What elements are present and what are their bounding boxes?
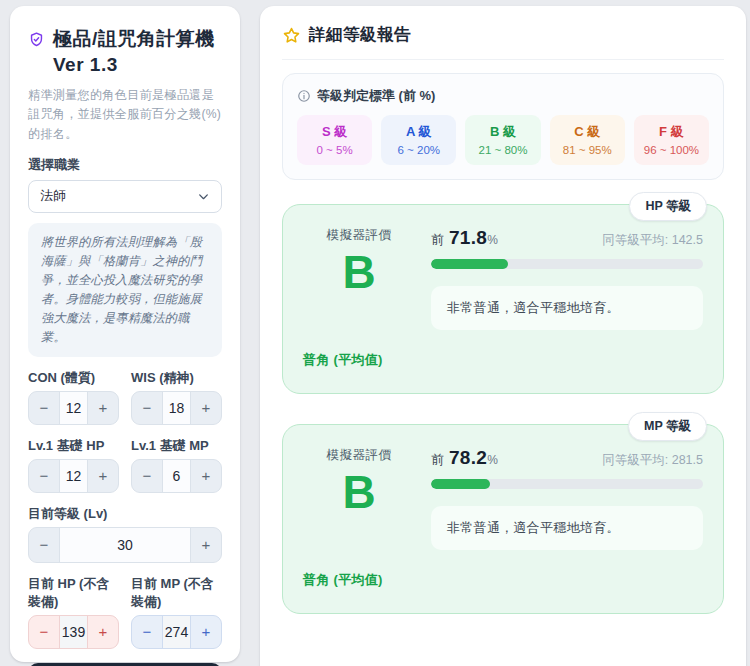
- level-increment-button[interactable]: +: [191, 528, 221, 562]
- grade-b-range: 21 ~ 80%: [467, 144, 538, 156]
- hp-card-right: 前71.8% 同等級平均: 142.5 非常普通，適合平穩地培育。: [431, 227, 703, 369]
- base-hp-field: Lv.1 基礎 HP − 12 +: [28, 425, 119, 493]
- job-select[interactable]: 法師: [28, 180, 222, 213]
- report-panel: 詳細等級報告 等級判定標準 (前 %) S 級 0 ~ 5% A 級 6 ~ 2…: [260, 6, 746, 666]
- mp-grade-letter: B: [303, 466, 415, 519]
- base-mp-label: Lv.1 基礎 MP: [131, 437, 222, 455]
- grade-badge-a: A 級 6 ~ 20%: [381, 115, 456, 165]
- hp-percent-unit: %: [487, 233, 498, 247]
- current-hp-increment-button[interactable]: +: [88, 616, 118, 648]
- hp-progress-fill: [431, 259, 508, 269]
- report-header: 詳細等級報告: [282, 24, 724, 46]
- grade-criteria-box: 等級判定標準 (前 %) S 級 0 ~ 5% A 級 6 ~ 20% B 級 …: [282, 73, 724, 180]
- hp-percent: 前71.8%: [431, 227, 498, 249]
- mp-percent-value: 78.2: [449, 447, 487, 468]
- base-mp-increment-button[interactable]: +: [191, 460, 221, 492]
- base-hp-decrement-button[interactable]: −: [29, 460, 59, 492]
- mp-progress-fill: [431, 479, 490, 489]
- mp-card-badge: MP 等級: [628, 412, 707, 441]
- wis-increment-button[interactable]: +: [191, 392, 221, 424]
- grade-badge-b: B 級 21 ~ 80%: [465, 115, 540, 165]
- mp-progress-bar: [431, 479, 703, 489]
- current-hp-stepper: − 139 +: [28, 615, 119, 649]
- mp-card-left: 模擬器評價 B 普角 (平均值): [303, 447, 415, 589]
- grade-f-range: 96 ~ 100%: [636, 144, 707, 156]
- level-label: 目前等級 (Lv): [28, 505, 222, 523]
- job-select-label: 選擇職業: [28, 156, 222, 174]
- mp-peer-average: 同等級平均: 281.5: [602, 452, 703, 469]
- grade-f-label: F 級: [636, 123, 707, 141]
- level-stepper: − 30 +: [28, 527, 222, 563]
- base-hp-stepper: − 12 +: [28, 459, 119, 493]
- grade-a-range: 6 ~ 20%: [383, 144, 454, 156]
- divider: [282, 59, 724, 60]
- wis-stepper: − 18 +: [131, 391, 222, 425]
- con-label: CON (體質): [28, 369, 119, 387]
- current-hp-value[interactable]: 139: [60, 616, 87, 648]
- hp-card-left: 模擬器評價 B 普角 (平均值): [303, 227, 415, 369]
- hp-grade-card: HP 等級 模擬器評價 B 普角 (平均值) 前71.8% 同等級平均: 142…: [282, 204, 724, 394]
- mp-card-right: 前78.2% 同等級平均: 281.5 非常普通，適合平穩地培育。: [431, 447, 703, 589]
- mp-percent-unit: %: [487, 453, 498, 467]
- grade-badge-c: C 級 81 ~ 95%: [550, 115, 625, 165]
- con-increment-button[interactable]: +: [88, 392, 118, 424]
- grade-a-label: A 級: [383, 123, 454, 141]
- con-decrement-button[interactable]: −: [29, 392, 59, 424]
- hp-grade-letter: B: [303, 246, 415, 299]
- info-icon: [297, 89, 311, 103]
- job-description: 將世界的所有法則理解為「殷海薩」與「格蘭肯」之神的鬥爭，並全心投入魔法研究的學者…: [28, 223, 222, 357]
- app-title-line2: Ver 1.3: [53, 54, 118, 75]
- wis-field: WIS (精神) − 18 +: [131, 357, 222, 425]
- grade-s-label: S 級: [299, 123, 370, 141]
- hp-card-badge: HP 等級: [629, 192, 707, 221]
- mp-grade-card: MP 等級 模擬器評價 B 普角 (平均值) 前78.2% 同等級平均: 281…: [282, 424, 724, 614]
- wis-decrement-button[interactable]: −: [132, 392, 162, 424]
- current-mp-increment-button[interactable]: +: [191, 616, 221, 648]
- title-row: 極品/詛咒角計算機 Ver 1.3: [28, 26, 222, 78]
- con-stepper: − 12 +: [28, 391, 119, 425]
- grade-b-label: B 級: [467, 123, 538, 141]
- mp-eval-label: 模擬器評價: [303, 447, 415, 464]
- app-description: 精準測量您的角色目前是極品還是詛咒角，並提供全服前百分之幾(%)的排名。: [28, 86, 222, 144]
- hp-verdict: 普角 (平均值): [303, 351, 415, 369]
- base-hp-label: Lv.1 基礎 HP: [28, 437, 119, 455]
- base-hp-value[interactable]: 12: [60, 460, 87, 492]
- level-value[interactable]: 30: [60, 528, 190, 562]
- current-mp-value[interactable]: 274: [163, 616, 190, 648]
- base-mp-value[interactable]: 6: [163, 460, 190, 492]
- mp-percent-prefix: 前: [431, 452, 444, 467]
- con-value[interactable]: 12: [60, 392, 87, 424]
- grade-s-range: 0 ~ 5%: [299, 144, 370, 156]
- current-hp-field: 目前 HP (不含裝備) − 139 +: [28, 563, 119, 649]
- current-mp-label: 目前 MP (不含裝備): [131, 575, 222, 611]
- chevron-down-icon: [197, 190, 210, 203]
- hp-eval-label: 模擬器評價: [303, 227, 415, 244]
- current-mp-field: 目前 MP (不含裝備) − 274 +: [131, 563, 222, 649]
- current-mp-stepper: − 274 +: [131, 615, 222, 649]
- wis-value[interactable]: 18: [163, 392, 190, 424]
- mp-message: 非常普通，適合平穩地培育。: [431, 506, 703, 550]
- hp-progress-bar: [431, 259, 703, 269]
- base-hp-increment-button[interactable]: +: [88, 460, 118, 492]
- current-hp-decrement-button[interactable]: −: [29, 616, 59, 648]
- base-mp-stepper: − 6 +: [131, 459, 222, 493]
- hp-percent-prefix: 前: [431, 232, 444, 247]
- report-title: 詳細等級報告: [309, 24, 411, 46]
- grade-c-range: 81 ~ 95%: [552, 144, 623, 156]
- base-mp-decrement-button[interactable]: −: [132, 460, 162, 492]
- level-decrement-button[interactable]: −: [29, 528, 59, 562]
- level-field: 目前等級 (Lv) − 30 +: [28, 505, 222, 563]
- criteria-title-row: 等級判定標準 (前 %): [297, 87, 709, 105]
- hp-message: 非常普通，適合平穩地培育。: [431, 286, 703, 330]
- job-select-value: 法師: [40, 187, 66, 205]
- current-hp-label: 目前 HP (不含裝備): [28, 575, 119, 611]
- star-icon: [282, 26, 301, 45]
- base-mp-field: Lv.1 基礎 MP − 6 +: [131, 425, 222, 493]
- current-mp-decrement-button[interactable]: −: [132, 616, 162, 648]
- hp-percent-value: 71.8: [449, 227, 487, 248]
- mp-percent: 前78.2%: [431, 447, 498, 469]
- mp-verdict: 普角 (平均值): [303, 571, 415, 589]
- wis-label: WIS (精神): [131, 369, 222, 387]
- grade-badge-f: F 級 96 ~ 100%: [634, 115, 709, 165]
- criteria-title: 等級判定標準 (前 %): [317, 87, 435, 105]
